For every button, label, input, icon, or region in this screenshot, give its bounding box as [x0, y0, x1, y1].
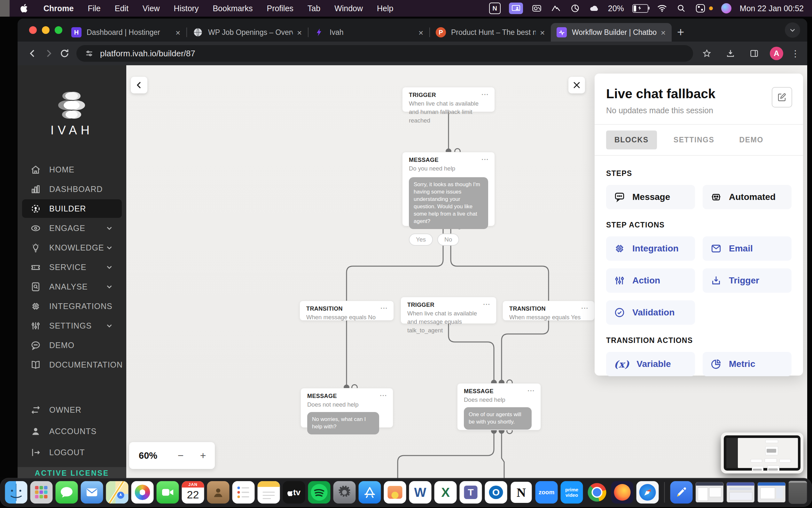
- dock-primevideo-icon[interactable]: prime video: [561, 481, 583, 504]
- zoom-out-button[interactable]: −: [170, 450, 192, 462]
- sidebar-item-accounts[interactable]: ACCOUNTS: [22, 422, 122, 440]
- quick-reply-no[interactable]: No: [437, 234, 459, 246]
- close-panel-button[interactable]: [568, 77, 585, 93]
- dock-appstore-icon[interactable]: [359, 481, 381, 504]
- dock-facetime-icon[interactable]: [157, 481, 179, 504]
- dock-photos-icon[interactable]: [131, 481, 154, 504]
- screen-mirroring-preview[interactable]: [721, 432, 803, 473]
- dock-contacts-icon[interactable]: [207, 481, 230, 504]
- node-message-does-need-help[interactable]: MESSAGE Does need help One of our agents…: [457, 383, 541, 430]
- dock-trash-icon[interactable]: [789, 481, 807, 504]
- sidebar-item-analyse[interactable]: ANALYSE: [22, 278, 122, 296]
- dock-notes-icon[interactable]: [258, 481, 280, 504]
- tab-close-icon[interactable]: [661, 28, 666, 37]
- dock-firefox-icon[interactable]: [611, 481, 634, 504]
- forward-icon[interactable]: [41, 45, 57, 61]
- nordvpn-menubar-icon[interactable]: [551, 3, 561, 14]
- node-trigger-fallback[interactable]: TRIGGER When live chat is availableand h…: [402, 87, 495, 112]
- dock-chrome-icon[interactable]: [586, 481, 608, 504]
- dock-notion-icon[interactable]: N: [510, 481, 533, 504]
- dock-spotify-icon[interactable]: [308, 481, 331, 504]
- sidebar-item-service[interactable]: SERVICE: [22, 258, 122, 277]
- menu-item-view[interactable]: View: [143, 4, 160, 13]
- node-menu-icon[interactable]: [481, 91, 489, 98]
- edit-workflow-button[interactable]: [772, 87, 792, 108]
- menu-item-file[interactable]: File: [88, 4, 100, 13]
- action-card-email[interactable]: Email: [703, 237, 792, 261]
- dock-appletv-icon[interactable]: tv: [283, 481, 305, 504]
- zoom-in-button[interactable]: +: [192, 450, 214, 462]
- sidebar-item-home[interactable]: HOME: [22, 160, 122, 179]
- fullscreen-window-button[interactable]: [55, 26, 62, 34]
- node-trigger-talk-to-agent[interactable]: TRIGGER When live chat is availableand m…: [400, 297, 496, 324]
- dock-safari-icon[interactable]: [636, 481, 659, 504]
- battery-icon[interactable]: [632, 4, 648, 13]
- node-transition-yes[interactable]: TRANSITION When message equals Yes: [503, 301, 594, 321]
- sidebar-item-logout[interactable]: LOGOUT: [22, 443, 122, 462]
- dock-finder-icon[interactable]: [5, 481, 28, 504]
- block-card-message[interactable]: Message: [606, 185, 695, 209]
- sidebar-item-settings[interactable]: SETTINGS: [22, 316, 122, 335]
- site-settings-icon[interactable]: [85, 49, 94, 58]
- node-menu-icon[interactable]: [481, 156, 489, 164]
- browser-menu-icon[interactable]: [791, 48, 800, 59]
- node-menu-icon[interactable]: [483, 301, 490, 308]
- close-window-button[interactable]: [29, 26, 37, 34]
- menu-item-bookmarks[interactable]: Bookmarks: [212, 4, 252, 13]
- back-icon[interactable]: [25, 45, 41, 61]
- menu-item-window[interactable]: Window: [334, 4, 363, 13]
- sidebar-item-demo[interactable]: DEMO: [22, 336, 122, 354]
- transition-card-metric[interactable]: Metric: [703, 352, 792, 376]
- quick-reply-yes[interactable]: Yes: [409, 234, 433, 246]
- notion-menubar-icon[interactable]: N: [489, 3, 500, 14]
- record-menubar-icon[interactable]: [570, 3, 580, 14]
- sidebar-item-knowledge[interactable]: KNOWLEDGE: [22, 238, 122, 257]
- tab-settings[interactable]: SETTINGS: [665, 130, 723, 150]
- tab-workflow-builder-active[interactable]: Workflow Builder | Chatbot M: [551, 23, 672, 42]
- sidebar-item-dashboard[interactable]: DASHBOARD: [22, 180, 122, 198]
- profile-avatar[interactable]: A: [770, 47, 783, 60]
- url-bar[interactable]: platform.ivah.io/builder/87: [77, 45, 693, 62]
- menu-bar-clock[interactable]: Mon 22 Jan 00:52: [740, 4, 804, 13]
- dock-minimized-window-3[interactable]: [758, 482, 786, 503]
- reload-icon[interactable]: [57, 45, 73, 61]
- block-card-automated[interactable]: Automated: [703, 185, 792, 209]
- wifi-icon[interactable]: [657, 3, 668, 14]
- dock-word-icon[interactable]: W: [409, 481, 432, 504]
- dock-calendar-icon[interactable]: JAN 22: [182, 481, 204, 504]
- dock-teams-icon[interactable]: T: [460, 481, 482, 504]
- dock-messages-icon[interactable]: [56, 481, 78, 504]
- action-card-trigger[interactable]: Trigger: [703, 268, 792, 293]
- node-menu-icon[interactable]: [380, 392, 387, 399]
- spotlight-search-icon[interactable]: [676, 3, 687, 14]
- sidebar-item-documentation[interactable]: DOCUMENTATION: [22, 355, 122, 374]
- dock-zoom-icon[interactable]: zoom: [535, 481, 558, 504]
- action-card-integration[interactable]: Integration: [606, 237, 695, 261]
- dock-outlook-icon[interactable]: O: [485, 481, 507, 504]
- node-menu-icon[interactable]: [581, 305, 588, 312]
- tab-search-chevron[interactable]: [785, 23, 800, 38]
- tab-hostinger[interactable]: H Dashboard | Hostinger: [65, 23, 186, 42]
- tab-close-icon[interactable]: [540, 28, 545, 37]
- tab-close-icon[interactable]: [175, 28, 181, 37]
- menu-item-tab[interactable]: Tab: [307, 4, 320, 13]
- sidebar-item-integrations[interactable]: INTEGRATIONS: [22, 297, 122, 315]
- tab-blocks[interactable]: BLOCKS: [606, 130, 657, 150]
- downloads-icon[interactable]: [722, 45, 738, 61]
- node-message-do-you-need-help[interactable]: MESSAGE Do you need help Sorry, it looks…: [402, 152, 495, 226]
- node-transition-no[interactable]: TRANSITION When message equals No: [299, 301, 394, 321]
- dock-maps-icon[interactable]: [106, 481, 129, 504]
- dock-reminders-icon[interactable]: [232, 481, 255, 504]
- tab-product-hunt[interactable]: P Product Hunt – The best new: [430, 23, 551, 42]
- menu-item-edit[interactable]: Edit: [115, 4, 129, 13]
- screen-sharing-icon[interactable]: [509, 3, 523, 14]
- dock-settings-icon[interactable]: [333, 481, 356, 504]
- dock-pencil-app-icon[interactable]: [670, 481, 693, 504]
- action-card-action[interactable]: Action: [606, 268, 695, 293]
- minimize-window-button[interactable]: [42, 26, 50, 34]
- workflow-canvas[interactable]: TRIGGER When live chat is availableand h…: [126, 65, 807, 479]
- tab-demo[interactable]: DEMO: [731, 130, 772, 150]
- node-menu-icon[interactable]: [380, 305, 388, 312]
- new-tab-button[interactable]: [672, 23, 689, 41]
- menu-item-history[interactable]: History: [174, 4, 199, 13]
